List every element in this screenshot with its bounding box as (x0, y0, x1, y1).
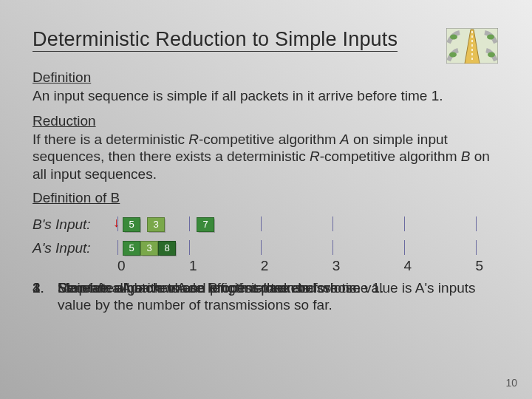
axis-number: 1 (189, 258, 197, 274)
axis-tick (261, 240, 262, 255)
page-title: Deterministic Reduction to Simple Inputs (33, 28, 398, 52)
reduction-heading: Reduction (33, 113, 499, 129)
axis-number: 4 (404, 258, 412, 274)
axis-tick (117, 216, 118, 231)
axis-tick (404, 216, 405, 231)
svg-point-5 (449, 52, 457, 58)
definition-text: An input sequence is simple if all packe… (33, 87, 499, 104)
reduction-text: If there is a deterministic R-competitiv… (33, 131, 491, 183)
axis-tick (117, 240, 118, 255)
a-axis: 538 (106, 240, 483, 256)
b-axis: 537 (106, 216, 483, 233)
axis-tick (476, 240, 477, 255)
overlapped-line: Maintain a batch whose length is one and… (58, 280, 476, 296)
bottom-continuation: value by the number of transmissions so … (58, 297, 332, 313)
axis-tick (189, 216, 190, 231)
packet-box: 8 (158, 241, 176, 256)
definition-heading: Definition (33, 69, 499, 86)
defb-heading: Definition of B (33, 190, 499, 206)
axis-number: 3 (332, 258, 341, 274)
list-number: 4. (33, 280, 44, 296)
axis-number: 0 (117, 258, 126, 274)
axis-number: 5 (476, 258, 484, 274)
packet-box: 5 (123, 241, 140, 256)
svg-point-6 (488, 52, 495, 58)
axis-tick (261, 216, 262, 231)
b-input-label: B's Input: (33, 216, 106, 233)
axis-tick (189, 240, 190, 255)
packet-box: 3 (147, 217, 165, 232)
axis-tick (476, 216, 477, 231)
road-icon (446, 28, 498, 64)
packet-box: 3 (140, 241, 158, 256)
page-number: 10 (505, 377, 517, 389)
packet-box: 7 (197, 217, 214, 232)
svg-point-3 (450, 35, 457, 40)
svg-point-4 (487, 35, 494, 40)
axis-tick (404, 240, 405, 255)
axis-number: 2 (261, 258, 269, 274)
packet-box: 5 (123, 217, 140, 232)
axis-tick (332, 216, 333, 231)
a-input-label: A's Input: (33, 240, 106, 256)
axis-numbers: 012345 (110, 258, 499, 274)
axis-tick (332, 240, 333, 255)
